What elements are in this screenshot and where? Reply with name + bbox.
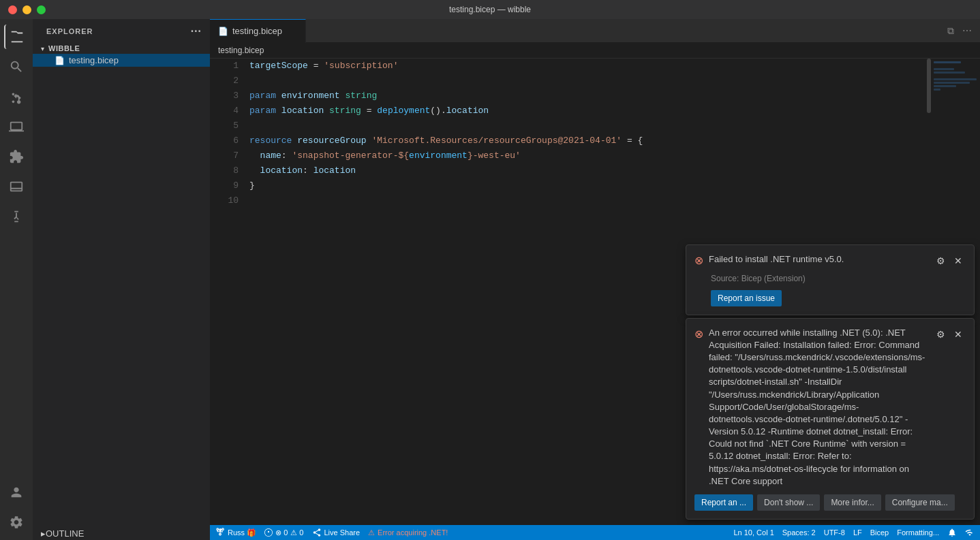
dotnet-error-icon: ⚠ — [368, 528, 375, 537]
code-line-1: targetScope = 'subscription' — [249, 59, 927, 74]
notification-actions-1: ⚙ ✕ — [933, 253, 966, 268]
remote-explorer-activity-icon[interactable] — [4, 174, 29, 199]
language-mode-label: Bicep — [870, 528, 889, 537]
tab-testing-bicep[interactable]: 📄 testing.bicep ✕ — [210, 19, 306, 43]
bicep-file-icon: 📄 — [55, 56, 65, 65]
tab-label: testing.bicep — [232, 26, 282, 36]
code-line-7: name: 'snapshot-generator-${environment}… — [249, 148, 927, 163]
settings-activity-icon[interactable] — [4, 510, 29, 535]
cursor-position-status[interactable]: Ln 10, Col 1 — [733, 528, 774, 537]
breadcrumb: testing.bicep — [210, 43, 980, 59]
errors-count: ⊗ 0 — [275, 528, 288, 537]
warnings-count: ⚠ 0 — [290, 528, 303, 537]
dont-show-button[interactable]: Don't show ... — [757, 494, 820, 511]
notification-buttons-1: Report an issue — [711, 290, 966, 306]
code-editor[interactable]: 1 2 3 4 5 6 7 8 9 10 targetScope = 'subs… — [210, 59, 980, 525]
explorer-menu-icon[interactable]: ⋯ — [190, 25, 202, 37]
close-button[interactable] — [8, 5, 17, 14]
accounts-activity-icon[interactable] — [4, 480, 29, 505]
file-item-testing-bicep[interactable]: 📄 testing.bicep — [33, 54, 210, 67]
tabs-actions: ⧉ ⋯ — [945, 22, 980, 39]
notification-title-2: An error occurred while installing .NET … — [709, 327, 928, 488]
code-line-10 — [249, 193, 927, 208]
line-ending-status[interactable]: LF — [853, 528, 862, 537]
notification-title-1: Failed to install .NET runtime v5.0. — [709, 253, 928, 266]
git-branch-label: Russ 🎁 — [228, 528, 256, 537]
indentation-status[interactable]: Spaces: 2 — [782, 528, 816, 537]
titlebar-traffic-lights — [8, 5, 46, 14]
sidebar-header: Explorer ⋯ — [33, 19, 210, 43]
sidebar: Explorer ⋯ ▾ WIBBLE 📄 testing.bicep ▸ OU… — [33, 19, 210, 540]
extensions-activity-icon[interactable] — [4, 144, 29, 169]
notification-actions-2: ⚙ ✕ — [933, 327, 966, 342]
configure-button[interactable]: Configure ma... — [885, 494, 955, 511]
more-info-button[interactable]: More infor... — [824, 494, 881, 511]
titlebar: testing.bicep — wibble — [0, 0, 980, 19]
notifications-container: ⊗ Failed to install .NET runtime v5.0. ⚙… — [680, 239, 980, 525]
run-debug-activity-icon[interactable] — [4, 114, 29, 139]
formatting-status[interactable]: Formatting... — [897, 528, 939, 537]
live-share-label: Live Share — [324, 528, 361, 537]
live-share-status[interactable]: Live Share — [312, 528, 361, 537]
breadcrumb-file: testing.bicep — [218, 46, 264, 55]
line-ending-label: LF — [853, 528, 862, 537]
minimap-content — [932, 59, 980, 93]
sidebar-section-outline[interactable]: ▸ OUTLINE — [33, 527, 210, 540]
tab-file-icon: 📄 — [218, 27, 228, 36]
notifications-bell-icon[interactable] — [947, 528, 957, 537]
minimize-button[interactable] — [22, 5, 31, 14]
sidebar-section-wibble[interactable]: ▾ WIBBLE — [33, 43, 210, 54]
notification-header-2: ⊗ An error occurred while installing .NE… — [694, 327, 966, 488]
code-line-6: resource resourceGroup 'Microsoft.Resour… — [249, 133, 927, 148]
file-name: testing.bicep — [69, 55, 119, 65]
report-an-button[interactable]: Report an ... — [694, 494, 753, 511]
notification-gear-icon-2[interactable]: ⚙ — [933, 327, 948, 342]
notification-header-1: ⊗ Failed to install .NET runtime v5.0. ⚙… — [694, 253, 966, 268]
activity-bar-bottom — [4, 480, 29, 540]
testing-activity-icon[interactable] — [4, 204, 29, 229]
notification-gear-icon-1[interactable]: ⚙ — [933, 253, 948, 268]
tabs-bar: 📄 testing.bicep ✕ ⧉ ⋯ — [210, 19, 980, 43]
dotnet-error-label: Error acquiring .NET! — [378, 528, 448, 537]
line-numbers: 1 2 3 4 5 6 7 8 9 10 — [210, 59, 244, 525]
report-issue-button-1[interactable]: Report an issue — [711, 290, 782, 306]
explorer-activity-icon[interactable] — [4, 25, 29, 49]
cursor-position-label: Ln 10, Col 1 — [733, 528, 774, 537]
code-line-3: param environment string — [249, 89, 927, 104]
notification-source-1: Source: Bicep (Extension) — [711, 274, 966, 283]
activity-bar — [0, 19, 33, 540]
split-editor-icon[interactable]: ⧉ — [945, 22, 957, 39]
status-bar-right: Ln 10, Col 1 Spaces: 2 UTF-8 LF Bicep Fo… — [733, 528, 975, 537]
code-line-8: location: location — [249, 163, 927, 178]
notification-dotnet-error: ⊗ An error occurred while installing .NE… — [686, 318, 975, 520]
notification-buttons-2: Report an ... Don't show ... More infor.… — [694, 494, 966, 511]
notification-close-icon-1[interactable]: ✕ — [951, 253, 966, 268]
notification-dotnet-failed: ⊗ Failed to install .NET runtime v5.0. ⚙… — [686, 244, 975, 315]
maximize-button[interactable] — [37, 5, 46, 14]
notification-close-icon-2[interactable]: ✕ — [951, 327, 966, 342]
status-bar: Russ 🎁 ⊗ 0 ⚠ 0 Live Share ⚠ Error acquir… — [210, 525, 980, 540]
dotnet-error-status[interactable]: ⚠ Error acquiring .NET! — [368, 528, 448, 537]
encoding-label: UTF-8 — [824, 528, 845, 537]
section-label: WIBBLE — [48, 44, 80, 52]
explorer-title: Explorer — [46, 27, 93, 35]
language-mode-status[interactable]: Bicep — [870, 528, 889, 537]
section-arrow-icon: ▾ — [41, 45, 44, 52]
code-line-4: param location string = deployment().loc… — [249, 104, 927, 118]
git-branch-status[interactable]: Russ 🎁 — [215, 528, 256, 537]
code-line-9: } — [249, 178, 927, 193]
problems-status[interactable]: ⊗ 0 ⚠ 0 — [264, 528, 303, 537]
encoding-status[interactable]: UTF-8 — [824, 528, 845, 537]
main-layout: Explorer ⋯ ▾ WIBBLE 📄 testing.bicep ▸ OU… — [0, 19, 980, 540]
search-activity-icon[interactable] — [4, 54, 29, 79]
scrollbar-thumb[interactable] — [927, 59, 931, 113]
error-icon-1: ⊗ — [694, 254, 703, 267]
broadcast-icon[interactable] — [965, 528, 975, 537]
more-actions-icon[interactable]: ⋯ — [960, 22, 975, 39]
code-line-2 — [249, 74, 927, 89]
outline-label: OUTLINE — [46, 528, 84, 539]
editor-area: 📄 testing.bicep ✕ ⧉ ⋯ testing.bicep 1 2 … — [210, 19, 980, 540]
window-title: testing.bicep — wibble — [449, 5, 531, 14]
source-control-activity-icon[interactable] — [4, 84, 29, 109]
outline-arrow-icon: ▸ — [41, 528, 46, 539]
